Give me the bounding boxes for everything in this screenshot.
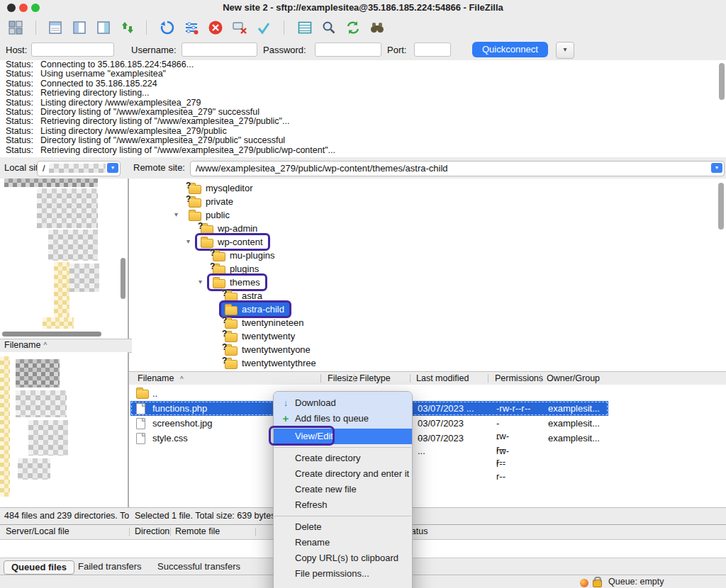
- tree-item-astra[interactable]: astra: [129, 289, 726, 303]
- remote-site-combobox[interactable]: /www/examplesitea_279/public/wp-content/…: [190, 161, 725, 176]
- local-tree-hscrollbar[interactable]: [2, 332, 101, 337]
- remote-tree-toggle-icon[interactable]: [94, 18, 113, 38]
- find-files-icon[interactable]: [319, 18, 339, 38]
- tree-item-mysqleditor[interactable]: mysqleditor: [129, 181, 726, 195]
- menu-item-download[interactable]: ↓Download: [274, 395, 412, 411]
- reconnect-icon[interactable]: [254, 18, 274, 38]
- folder-question-icon: [189, 197, 201, 206]
- tab-queued-files[interactable]: Queued files: [4, 560, 74, 575]
- sort-ascending-icon: ^: [43, 341, 47, 349]
- local-files-pane[interactable]: [0, 352, 128, 507]
- file-icon: [136, 403, 145, 414]
- secure-connection-lock-icon[interactable]: [593, 579, 602, 587]
- disclosure-arrow-icon[interactable]: ▾: [174, 210, 178, 218]
- disclosure-arrow-icon[interactable]: ▾: [186, 237, 190, 245]
- remote-site-dropdown-icon[interactable]: ▾: [711, 163, 722, 173]
- download-icon: ↓: [280, 395, 291, 411]
- username-label: Username:: [131, 45, 177, 55]
- local-tree-vscrollbar[interactable]: [121, 258, 125, 299]
- status-log-line: Status:Connected to 35.186.185.224: [0, 79, 726, 89]
- menu-item-view-edit[interactable]: View/Edit: [274, 429, 412, 444]
- site-manager-icon[interactable]: [6, 18, 26, 38]
- menu-item-add-files-to-queue[interactable]: +Add files to queue: [274, 411, 412, 426]
- directory-listing-filters-icon[interactable]: [295, 18, 315, 38]
- add-to-queue-icon: +: [280, 411, 291, 426]
- tree-item-public[interactable]: ▾public: [129, 208, 726, 222]
- column-header-last-modified[interactable]: Last modified: [416, 372, 469, 385]
- log-scrollbar[interactable]: [719, 63, 725, 100]
- synchronized-browsing-icon[interactable]: [343, 18, 363, 38]
- local-site-dropdown-icon[interactable]: ▾: [107, 163, 118, 173]
- status-log-line: Status:Connecting to 35.186.185.224:5486…: [0, 60, 726, 69]
- tab-successful-transfers[interactable]: Successful transfers: [150, 560, 247, 573]
- menu-item-delete[interactable]: Delete: [274, 519, 412, 535]
- menu-item-create-new-file[interactable]: Create new file: [274, 482, 412, 497]
- censored-region: [43, 317, 74, 329]
- column-header-filetype[interactable]: Filetype: [359, 372, 391, 385]
- folder-icon: [201, 237, 213, 247]
- quickconnect-dropdown-button[interactable]: ▾: [556, 42, 574, 59]
- toolbar: [0, 16, 726, 40]
- menu-item-create-directory[interactable]: Create directory: [274, 451, 412, 466]
- local-files-header[interactable]: Filename^: [0, 339, 132, 353]
- speed-limits-icon[interactable]: [580, 579, 588, 587]
- tab-failed-transfers[interactable]: Failed transfers: [71, 560, 149, 573]
- transfer-queue-toggle-icon[interactable]: [118, 18, 138, 38]
- censored-region: [69, 264, 99, 292]
- tree-item-twentynineteen[interactable]: twentynineteen: [129, 316, 726, 329]
- tree-item-mu-plugins[interactable]: mu-plugins: [129, 249, 726, 262]
- tree-item-twentytwenty[interactable]: twentytwenty: [129, 329, 726, 343]
- toolbar-separator: [146, 21, 147, 35]
- tree-item-wp-content[interactable]: ▾wp-content: [129, 235, 726, 249]
- username-input[interactable]: [182, 43, 257, 57]
- remote-site-path: /www/examplesitea_279/public/wp-content/…: [196, 162, 448, 175]
- folder-question-icon: [201, 224, 213, 233]
- menu-item-rename[interactable]: Rename: [274, 535, 412, 550]
- filter-toggles-icon[interactable]: [182, 18, 201, 38]
- column-header-remote-file[interactable]: Remote file: [175, 525, 220, 538]
- password-input[interactable]: [315, 43, 381, 57]
- menu-item-copy-urls[interactable]: Copy URL(s) to clipboard: [274, 550, 412, 566]
- column-header-server-local-file[interactable]: Server/Local file: [6, 525, 69, 538]
- title-bar: New site 2 - sftp://examplesitea@35.186.…: [0, 0, 726, 16]
- tree-item-themes[interactable]: ▾themes: [129, 276, 726, 289]
- tree-item-twentytwentythree[interactable]: twentytwentythree: [129, 356, 726, 370]
- status-log-line: Status:Using username "examplesitea": [0, 69, 726, 79]
- file-icon: [136, 418, 145, 429]
- menu-item-file-permissions[interactable]: File permissions...: [274, 566, 412, 582]
- cancel-operation-icon[interactable]: [206, 18, 225, 38]
- port-input[interactable]: [414, 43, 451, 57]
- local-tree-pane[interactable]: [0, 179, 128, 339]
- disclosure-arrow-icon[interactable]: ▾: [199, 278, 202, 285]
- column-separator: [488, 374, 488, 383]
- column-header-permissions[interactable]: Permissions: [495, 372, 543, 385]
- quickconnect-button[interactable]: Quickconnect: [472, 42, 548, 57]
- column-header-filename[interactable]: Filename: [138, 372, 174, 385]
- local-site-combobox[interactable]: / ▾: [37, 161, 121, 176]
- refresh-icon[interactable]: [157, 18, 177, 38]
- column-separator: [129, 528, 130, 536]
- port-label: Port:: [387, 45, 406, 55]
- disconnect-icon[interactable]: [230, 18, 250, 38]
- folder-icon: [225, 305, 238, 314]
- message-log-toggle-icon[interactable]: [45, 18, 65, 38]
- folder-question-icon: [225, 358, 238, 368]
- status-log-line: Status:Retrieving directory listing of "…: [0, 146, 726, 155]
- tree-item-twentytwentyone[interactable]: twentytwentyone: [129, 343, 726, 356]
- context-menu: ↓Download +Add files to queue View/Edit …: [273, 391, 413, 588]
- tree-item-astra-child[interactable]: astra-child: [129, 303, 726, 316]
- remote-tree-vscrollbar[interactable]: [718, 183, 724, 230]
- folder-question-icon: [225, 332, 238, 341]
- menu-item-refresh[interactable]: Refresh: [274, 497, 412, 513]
- host-input[interactable]: [31, 43, 114, 57]
- menu-item-create-directory-and-enter[interactable]: Create directory and enter it: [274, 466, 412, 482]
- tree-item-private[interactable]: private: [129, 195, 726, 208]
- column-separator: [320, 374, 321, 383]
- column-header-owner-group[interactable]: Owner/Group: [547, 372, 600, 385]
- quickconnect-bar: Host: Username: Password: Port: Quickcon…: [0, 39, 726, 61]
- column-header-direction[interactable]: Direction: [135, 525, 169, 538]
- folder-question-icon: [225, 318, 238, 327]
- toolbar-separator: [284, 21, 284, 35]
- local-tree-toggle-icon[interactable]: [69, 18, 89, 38]
- directory-comparison-icon[interactable]: [367, 18, 387, 38]
